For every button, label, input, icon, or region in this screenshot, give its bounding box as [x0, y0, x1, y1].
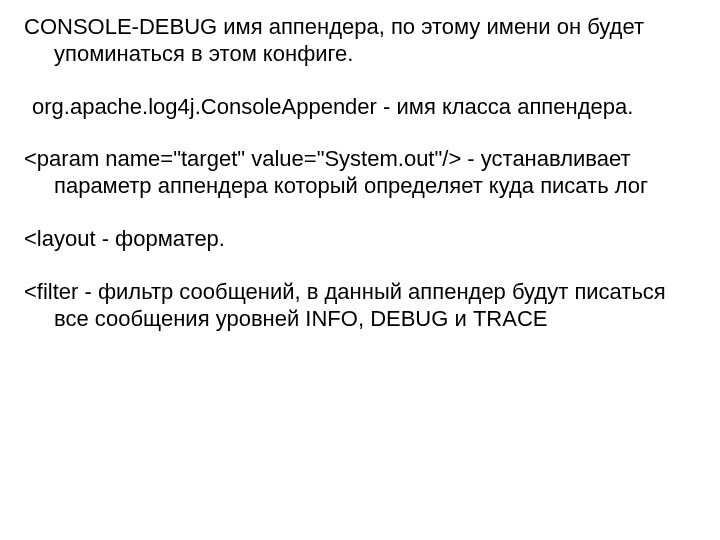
text-appender-name: CONSOLE-DEBUG имя аппендера, по этому им… — [24, 14, 696, 68]
text-filter: <filter - фильтр сообщений, в данный апп… — [24, 279, 696, 333]
text-param-target: <param name="target" value="System.out"/… — [24, 146, 696, 200]
text-appender-class: org.apache.log4j.ConsoleAppender - имя к… — [24, 94, 696, 121]
slide-body: CONSOLE-DEBUG имя аппендера, по этому им… — [0, 0, 720, 540]
text-layout: <layout - форматер. — [24, 226, 696, 253]
